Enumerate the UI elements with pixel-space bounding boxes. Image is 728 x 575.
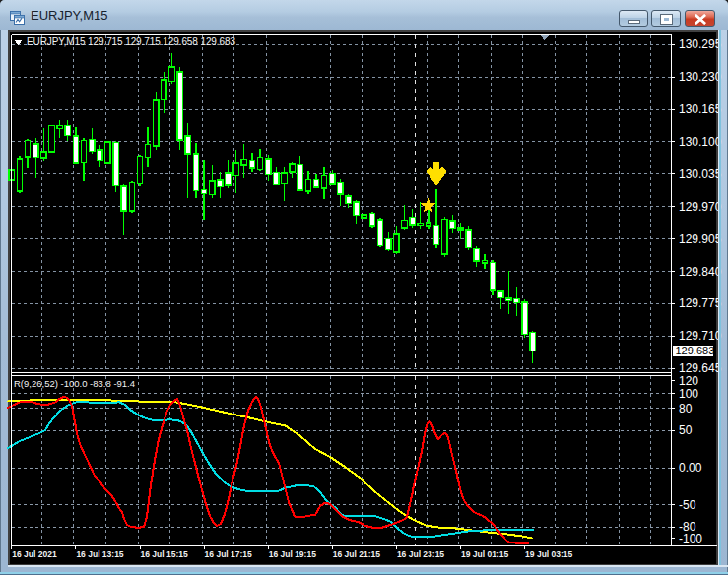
svg-text:16 Jul 13:15: 16 Jul 13:15 bbox=[76, 549, 123, 559]
svg-text:-50: -50 bbox=[679, 498, 696, 512]
svg-text:129.683: 129.683 bbox=[676, 345, 715, 356]
svg-text:129.905: 129.905 bbox=[679, 232, 722, 246]
svg-text:130.230: 130.230 bbox=[679, 70, 722, 84]
svg-text:120: 120 bbox=[679, 374, 698, 388]
svg-text:16 Jul 23:15: 16 Jul 23:15 bbox=[397, 549, 444, 559]
svg-text:129.710: 129.710 bbox=[679, 329, 722, 343]
svg-text:0.00: 0.00 bbox=[679, 461, 702, 475]
svg-text:16 Jul 15:15: 16 Jul 15:15 bbox=[141, 549, 188, 559]
svg-text:R(9,26,52) -100.0 -83.8 -91.4: R(9,26,52) -100.0 -83.8 -91.4 bbox=[14, 378, 135, 389]
svg-text:EURJPY,M15 129.715 129.715 129: EURJPY,M15 129.715 129.715 129.658 129.6… bbox=[27, 36, 235, 47]
svg-text:130.165: 130.165 bbox=[679, 102, 722, 116]
svg-text:130.295: 130.295 bbox=[679, 37, 722, 51]
svg-text:-100: -100 bbox=[679, 532, 702, 545]
svg-text:19 Jul 01:15: 19 Jul 01:15 bbox=[461, 549, 508, 559]
svg-text:129.775: 129.775 bbox=[679, 296, 722, 310]
svg-text:19 Jul 03:15: 19 Jul 03:15 bbox=[525, 549, 572, 559]
svg-text:80: 80 bbox=[679, 402, 693, 415]
svg-text:130.035: 130.035 bbox=[679, 167, 722, 181]
svg-text:100: 100 bbox=[679, 387, 698, 401]
svg-text:16 Jul 17:15: 16 Jul 17:15 bbox=[205, 549, 252, 559]
svg-text:16 Jul 21:15: 16 Jul 21:15 bbox=[333, 549, 380, 559]
svg-text:16 Jul 2021: 16 Jul 2021 bbox=[12, 549, 57, 559]
svg-text:129.840: 129.840 bbox=[679, 265, 722, 279]
svg-text:16 Jul 19:15: 16 Jul 19:15 bbox=[269, 549, 316, 559]
svg-text:50: 50 bbox=[679, 423, 693, 437]
svg-text:130.100: 130.100 bbox=[679, 135, 722, 149]
svg-text:129.970: 129.970 bbox=[679, 200, 722, 214]
